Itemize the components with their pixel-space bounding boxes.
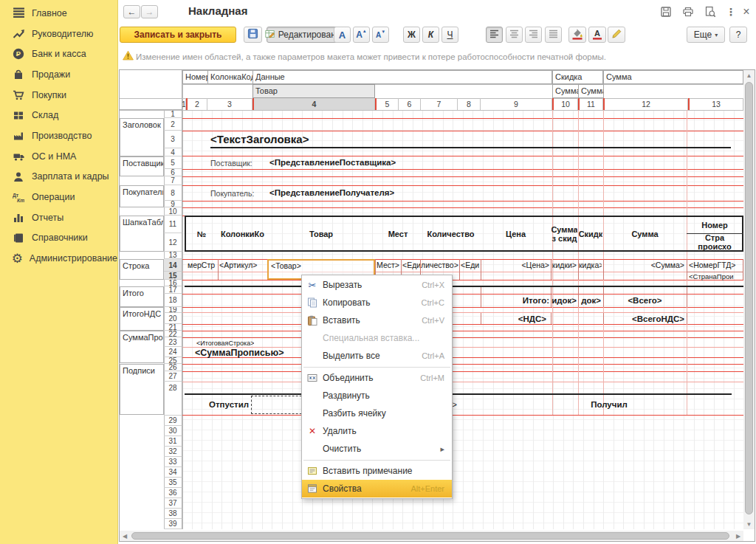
cell-supplier-label[interactable]: Поставщик: <box>210 159 252 168</box>
cell-qty-frag[interactable]: личество> <box>421 261 459 269</box>
header-cell-sum-no-disc[interactable]: Сумма з скид <box>551 217 577 250</box>
area-zagolovok[interactable]: Заголовок <box>120 118 164 156</box>
row-header-17[interactable]: 17 <box>164 286 182 294</box>
row-header-39[interactable]: 39 <box>164 519 182 529</box>
row-header-6[interactable]: 6 <box>164 169 182 176</box>
menu-item-выделитьвсе[interactable]: Выделить всеCtrl+A <box>302 347 452 365</box>
menu-item-раздвинуть[interactable]: Раздвинуть <box>302 387 452 404</box>
cell-mest[interactable]: Мест> <box>375 261 399 269</box>
more-dots-icon[interactable]: ⋮ <box>724 5 738 18</box>
fill-color-button[interactable] <box>568 27 586 43</box>
align-justify-button[interactable] <box>545 27 562 43</box>
row-header-12[interactable]: 12 <box>164 233 182 252</box>
sidebar-item-sales[interactable]: Продажи <box>0 64 117 85</box>
save-icon[interactable] <box>659 5 673 18</box>
column-group-nomer[interactable]: НомерС <box>182 70 208 84</box>
column-header-11[interactable]: 11 <box>578 98 603 110</box>
save-close-button[interactable]: Записать и закрыть <box>120 27 236 43</box>
cell-sum-no-disc-frag[interactable]: кидки> <box>551 261 577 269</box>
row-header-36[interactable]: 36 <box>164 488 182 498</box>
cell-sum[interactable]: <Сумма> <box>641 261 684 269</box>
cell-total-no-disc[interactable]: идок> <box>551 296 577 305</box>
cell-row-number[interactable]: мерСтр <box>185 261 218 269</box>
cell-price[interactable]: <Цена> <box>512 261 549 269</box>
column-header-8[interactable]: 8 <box>458 98 481 110</box>
cell-disc-frag[interactable]: кидка> <box>579 261 602 269</box>
row-header-35[interactable]: 35 <box>164 478 182 488</box>
cell-buyer-label[interactable]: Покупатель: <box>210 189 254 198</box>
cell-title[interactable]: <ТекстЗаголовка> <box>210 133 506 145</box>
font-color-button[interactable]: А <box>588 27 606 43</box>
cell-country[interactable]: <СтранаПрои <box>689 272 742 280</box>
menu-item-вырезать[interactable]: ✂ВырезатьCtrl+X <box>302 276 452 294</box>
row-header-20[interactable]: 20 <box>164 313 182 324</box>
row-header-15[interactable]: 15 <box>164 272 182 280</box>
row-header-22[interactable]: 22 <box>164 331 182 337</box>
column-header-2[interactable]: 2 <box>186 98 207 110</box>
area-itogo[interactable]: Итого <box>120 286 164 307</box>
area-pokupatel[interactable]: Покупатель <box>120 185 164 207</box>
bold-button[interactable]: Ж <box>403 27 420 43</box>
scroll-up-arrow[interactable]: ▲ <box>743 70 755 80</box>
header-cell-sum[interactable]: Сумма <box>604 217 686 250</box>
row-header-19[interactable]: 19 <box>164 307 182 313</box>
vertical-scroll-thumb[interactable] <box>745 82 753 514</box>
row-header-26[interactable]: 26 <box>164 364 182 371</box>
sidebar-item-fixed-assets[interactable]: ОС и НМА <box>0 146 117 167</box>
sidebar-item-manager[interactable]: Руководителю <box>0 24 117 44</box>
sidebar-item-main[interactable]: Главное <box>0 3 117 24</box>
column-group-summa[interactable]: Сумма <box>603 70 743 84</box>
area-podpisi[interactable]: Подписи <box>120 364 164 415</box>
horizontal-scroll-thumb[interactable] <box>131 532 729 540</box>
cell-supplier-value[interactable]: <ПредставлениеПоставщика> <box>269 158 396 167</box>
menu-item-удалить[interactable]: ✕Удалить <box>302 422 452 440</box>
row-header-28[interactable]: 28 <box>164 382 182 416</box>
area-itogonds[interactable]: ИтогоНДС <box>120 307 164 331</box>
column-header-10[interactable]: 10 <box>552 98 578 110</box>
row-header-29[interactable]: 29 <box>164 416 182 426</box>
edit-mode-button[interactable]: Редактирование <box>267 27 343 43</box>
border-pencil-button[interactable] <box>608 27 625 43</box>
header-cell-country[interactable]: Стра происхо <box>696 234 733 250</box>
align-left-button[interactable] <box>486 27 503 43</box>
area-summa-propisyu[interactable]: СуммаПропи <box>120 331 164 363</box>
row-header-34[interactable]: 34 <box>164 467 182 478</box>
row-header-31[interactable]: 31 <box>164 436 182 447</box>
area-stroka[interactable]: Строка <box>120 259 164 280</box>
scroll-right-arrow[interactable]: ▶ <box>733 531 743 541</box>
row-header-7[interactable]: 7 <box>164 176 182 185</box>
row-header-23[interactable]: 23 <box>164 337 182 347</box>
row-header-37[interactable]: 37 <box>164 498 182 509</box>
font-decrease-button[interactable]: А▼ <box>372 27 389 43</box>
header-cell-tovar[interactable]: Товар <box>268 217 374 250</box>
cell-vat-total[interactable]: <ВсегоНДС> <box>611 314 684 323</box>
row-header-32[interactable]: 32 <box>164 447 182 457</box>
row-header-16[interactable]: 16 <box>164 280 182 286</box>
preview-icon[interactable] <box>704 5 717 18</box>
column-group-skidka[interactable]: Скидка <box>552 70 603 84</box>
font-increase-button[interactable]: А▲ <box>353 27 370 43</box>
forward-button[interactable]: → <box>141 5 158 18</box>
font-button[interactable]: А <box>334 27 351 43</box>
cell-vat[interactable]: <НДС> <box>487 314 546 323</box>
menu-item-специальнаявставка[interactable]: Специальная вставка... <box>302 329 452 347</box>
row-header-33[interactable]: 33 <box>164 457 182 467</box>
row-header-25[interactable]: 25 <box>164 357 182 364</box>
row-header-4[interactable]: 4 <box>164 148 182 156</box>
header-cell-price[interactable]: Цена <box>481 217 550 250</box>
header-cell-mest[interactable]: Мест <box>376 217 420 250</box>
subheader-summa-2[interactable]: Сумма <box>578 84 604 98</box>
row-header-8[interactable]: 8 <box>164 185 182 201</box>
column-group-kolonkakodov[interactable]: КолонкаКодов <box>207 70 253 84</box>
scroll-down-arrow[interactable]: ▼ <box>743 519 755 529</box>
row-header-18[interactable]: 18 <box>164 294 182 307</box>
align-right-button[interactable] <box>525 27 542 43</box>
header-cell-num[interactable]: № <box>186 217 217 250</box>
print-icon[interactable] <box>681 5 695 18</box>
column-header-12[interactable]: 12 <box>603 98 688 110</box>
cell-buyer-value[interactable]: <ПредставлениеПолучателя> <box>269 188 394 197</box>
sidebar-item-reports[interactable]: Отчеты <box>0 207 117 228</box>
more-button[interactable]: Еще▾ <box>687 27 725 43</box>
cell-edi-2[interactable]: <Еди <box>461 261 480 269</box>
align-center-button[interactable] <box>506 27 523 43</box>
